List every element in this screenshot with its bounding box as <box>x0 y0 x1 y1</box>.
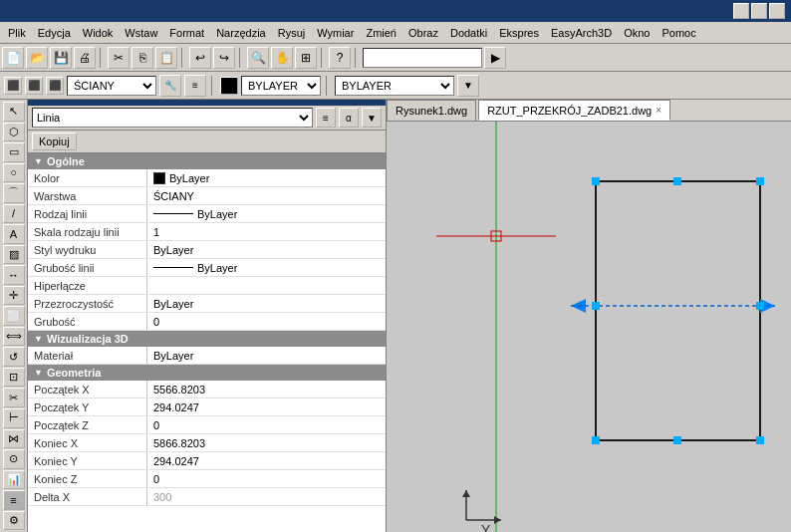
menu-item-zmień[interactable]: Zmień <box>360 25 402 41</box>
move-tool[interactable]: ✛ <box>3 286 25 306</box>
tab-0[interactable]: Rysunek1.dwg <box>387 100 476 121</box>
snap-tool[interactable]: ⊙ <box>3 449 25 469</box>
menu-item-wymiar[interactable]: Wymiar <box>311 25 360 41</box>
section-header-wizualizacja-3d[interactable]: ▼Wizualizacja 3D <box>28 331 386 347</box>
explode-tool[interactable]: ⋈ <box>3 429 25 449</box>
close-button[interactable] <box>769 3 785 19</box>
cmd-go-btn[interactable]: ▶ <box>484 47 506 69</box>
menu-item-pomoc[interactable]: Pomoc <box>656 25 701 41</box>
bylayer-select-1[interactable]: BYLAYER <box>241 76 321 96</box>
drawing-canvas: Y <box>387 122 791 532</box>
bylayer-select-2[interactable]: BYLAYER <box>335 76 454 96</box>
mirror-tool[interactable]: ⟺ <box>3 327 25 347</box>
section-arrow: ▼ <box>34 334 43 344</box>
prop-value: ByLayer <box>147 241 386 258</box>
dim-tool[interactable]: ↔ <box>3 265 25 285</box>
extra-btn1[interactable]: ⚙ <box>3 511 25 531</box>
menu-item-okno[interactable]: Okno <box>618 25 656 41</box>
prop-value <box>147 277 386 294</box>
copy-tool[interactable]: ⬜ <box>3 306 25 326</box>
title-bar <box>0 0 791 22</box>
pan-btn[interactable]: ✋ <box>271 47 293 69</box>
text-tool[interactable]: A <box>3 224 25 244</box>
canvas-area[interactable]: Y <box>387 122 791 532</box>
rotate-tool[interactable]: ↺ <box>3 347 25 367</box>
menu-item-obraz[interactable]: Obraz <box>402 25 444 41</box>
main-area: ↖ ⬡ ▭ ○ ⌒ / A ▨ ↔ ✛ ⬜ ⟺ ↺ ⊡ ✂ ⊢ ⋈ ⊙ 📊 ≡ … <box>0 100 791 532</box>
prop-label: Grubość <box>28 313 147 330</box>
undo-btn[interactable]: ↩ <box>189 47 211 69</box>
prop-alpha-btn[interactable]: α <box>339 108 359 128</box>
save-btn[interactable]: 💾 <box>50 47 72 69</box>
prop-cat-btn[interactable]: ≡ <box>316 108 336 128</box>
layer-icon-btn[interactable]: ⬛ <box>4 77 22 95</box>
extend-tool[interactable]: ⊢ <box>3 408 25 428</box>
svg-rect-11 <box>756 302 764 310</box>
table-row: Grubość0 <box>28 313 386 331</box>
copy-icon-btn[interactable]: ⎘ <box>132 47 153 69</box>
menu-item-rysuj[interactable]: Rysuj <box>272 25 312 41</box>
menu-item-narzędzia[interactable]: Narzędzia <box>210 25 272 41</box>
hatch-tool[interactable]: ▨ <box>3 245 25 265</box>
linetype-btn[interactable]: ▼ <box>457 75 479 97</box>
rectangle-tool[interactable]: ▭ <box>3 142 25 162</box>
color-swatch[interactable] <box>220 77 238 95</box>
layer-mgr-btn[interactable]: 🔧 <box>159 75 181 97</box>
layer2-icon-btn[interactable]: ⬛ <box>25 77 43 95</box>
sep4 <box>321 48 325 68</box>
menu-item-wstaw[interactable]: Wstaw <box>119 25 163 41</box>
sep2 <box>181 48 185 68</box>
menu-bar: PlikEdycjaWidokWstawFormatNarzędziaRysuj… <box>0 22 791 44</box>
menu-item-edycja[interactable]: Edycja <box>32 25 77 41</box>
tab-1[interactable]: RZUT_PRZEKRÓJ_ZADB21.dwg× <box>478 100 670 121</box>
copy-properties-button[interactable]: Kopiuj <box>32 133 77 150</box>
prop-label: Hiperłącze <box>28 277 147 294</box>
scale-tool[interactable]: ⊡ <box>3 368 25 388</box>
menu-item-widok[interactable]: Widok <box>77 25 120 41</box>
svg-rect-10 <box>756 177 764 185</box>
circle-tool[interactable]: ○ <box>3 163 25 183</box>
cut-btn[interactable]: ✂ <box>108 47 130 69</box>
prop-value: ByLayer <box>147 295 386 312</box>
section-header-geometria[interactable]: ▼Geometria <box>28 365 386 381</box>
line-tool[interactable]: / <box>3 204 25 224</box>
prop-label: Koniec X <box>28 434 147 451</box>
prop-label: Przezroczystość <box>28 295 147 312</box>
zoom-btn[interactable]: 🔍 <box>247 47 269 69</box>
trim-tool[interactable]: ✂ <box>3 388 25 407</box>
layer-btn[interactable]: 📊 <box>3 470 25 490</box>
properties-type-select[interactable]: Linia <box>32 108 313 128</box>
window-buttons <box>733 3 785 19</box>
prop-filter-btn[interactable]: ▼ <box>362 108 382 128</box>
layer3-icon-btn[interactable]: ⬛ <box>46 77 64 95</box>
properties-toolbar: Linia ≡ α ▼ <box>28 106 386 131</box>
section-header-ogólne[interactable]: ▼Ogólne <box>28 153 386 169</box>
prop-label: Kolor <box>28 169 147 186</box>
print-btn[interactable]: 🖨 <box>74 47 96 69</box>
prop-value: ŚCIANY <box>147 187 386 204</box>
arc-tool[interactable]: ⌒ <box>3 183 25 203</box>
layer-prop-btn[interactable]: ≡ <box>184 75 206 97</box>
polyline-tool[interactable]: ⬡ <box>3 123 25 142</box>
menu-item-ekspres[interactable]: Ekspres <box>493 25 545 41</box>
menu-item-easyarch3d[interactable]: EasyArch3D <box>545 25 618 41</box>
open-btn[interactable]: 📂 <box>26 47 48 69</box>
minimize-button[interactable] <box>733 3 749 19</box>
menu-item-format[interactable]: Format <box>163 25 210 41</box>
layer-select[interactable]: ŚCIANY <box>67 76 156 96</box>
help-btn[interactable]: ? <box>329 47 351 69</box>
prop-label: Styl wydruku <box>28 241 147 258</box>
redo-btn[interactable]: ↪ <box>213 47 235 69</box>
menu-item-plik[interactable]: Plik <box>2 25 32 41</box>
paste-btn[interactable]: 📋 <box>155 47 177 69</box>
menu-item-dodatki[interactable]: Dodatki <box>444 25 493 41</box>
tab-close-1[interactable]: × <box>656 105 661 116</box>
new-btn[interactable]: 📄 <box>2 47 24 69</box>
prop-btn[interactable]: ≡ <box>3 490 25 510</box>
table-row: Koniec X5866.8203 <box>28 434 386 452</box>
prop-label: Grubość linii <box>28 259 147 276</box>
command-input[interactable] <box>363 48 482 68</box>
maximize-button[interactable] <box>751 3 767 19</box>
zoom-ext-btn[interactable]: ⊞ <box>295 47 317 69</box>
select-tool[interactable]: ↖ <box>3 102 25 122</box>
